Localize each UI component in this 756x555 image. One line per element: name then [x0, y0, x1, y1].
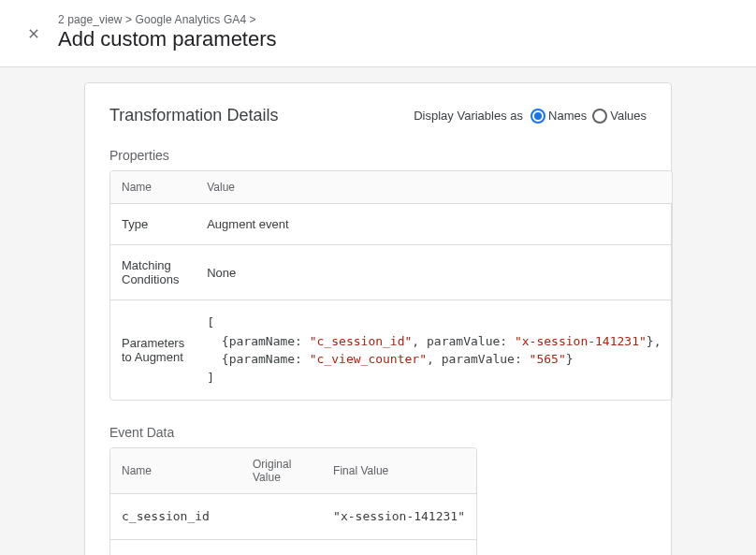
- display-variables-toggle: Display Variables as Names Values: [414, 109, 647, 124]
- table-row: c_view_counter "565": [110, 540, 476, 556]
- header-text: 2 page_view > Google Analytics GA4 > Add…: [58, 13, 737, 51]
- event-name: c_session_id: [110, 494, 241, 540]
- page-title: Add custom parameters: [58, 27, 737, 51]
- event-final: "x-session-141231": [322, 494, 476, 540]
- dialog-header: 2 page_view > Google Analytics GA4 > Add…: [0, 0, 756, 67]
- table-row: Matching Conditions None: [110, 245, 672, 300]
- breadcrumb: 2 page_view > Google Analytics GA4 >: [58, 13, 737, 26]
- properties-header-name: Name: [110, 171, 196, 204]
- event-data-header-final: Final Value: [322, 448, 476, 494]
- card-title: Transformation Details: [109, 106, 278, 125]
- properties-section-label: Properties: [109, 148, 647, 163]
- close-button[interactable]: [22, 22, 45, 45]
- property-value: None: [196, 245, 672, 300]
- property-name: Matching Conditions: [110, 245, 196, 300]
- event-data-section-label: Event Data: [109, 425, 647, 440]
- table-row: Type Augment event: [110, 204, 672, 245]
- page-body: Transformation Details Display Variables…: [0, 67, 756, 555]
- property-name: Type: [110, 204, 196, 245]
- property-value-code: [ {paramName: "c_session_id", paramValue…: [196, 300, 672, 400]
- property-name: Parameters to Augment: [110, 300, 196, 400]
- display-variables-label: Display Variables as: [414, 109, 523, 123]
- event-final: "565": [322, 540, 476, 556]
- radio-values-label: Values: [610, 109, 647, 123]
- event-data-table: Name Original Value Final Value c_sessio…: [109, 447, 477, 555]
- properties-header-value: Value: [196, 171, 672, 204]
- event-data-header-name: Name: [110, 448, 241, 494]
- card-head: Transformation Details Display Variables…: [109, 106, 647, 125]
- properties-table: Name Value Type Augment event Matching C…: [109, 170, 673, 401]
- event-original: [241, 540, 322, 556]
- radio-checked-icon: [531, 109, 545, 124]
- event-data-header-original: Original Value: [241, 448, 322, 494]
- event-name: c_view_counter: [110, 540, 241, 556]
- close-icon: [26, 26, 41, 41]
- radio-values[interactable]: Values: [592, 109, 647, 124]
- table-row: c_session_id "x-session-141231": [110, 494, 476, 540]
- table-row: Parameters to Augment [ {paramName: "c_s…: [110, 300, 672, 400]
- radio-names[interactable]: Names: [531, 109, 587, 124]
- transformation-details-card: Transformation Details Display Variables…: [84, 82, 672, 555]
- radio-unchecked-icon: [592, 109, 607, 124]
- property-value: Augment event: [196, 204, 672, 245]
- event-original: [241, 494, 322, 540]
- radio-names-label: Names: [548, 109, 587, 123]
